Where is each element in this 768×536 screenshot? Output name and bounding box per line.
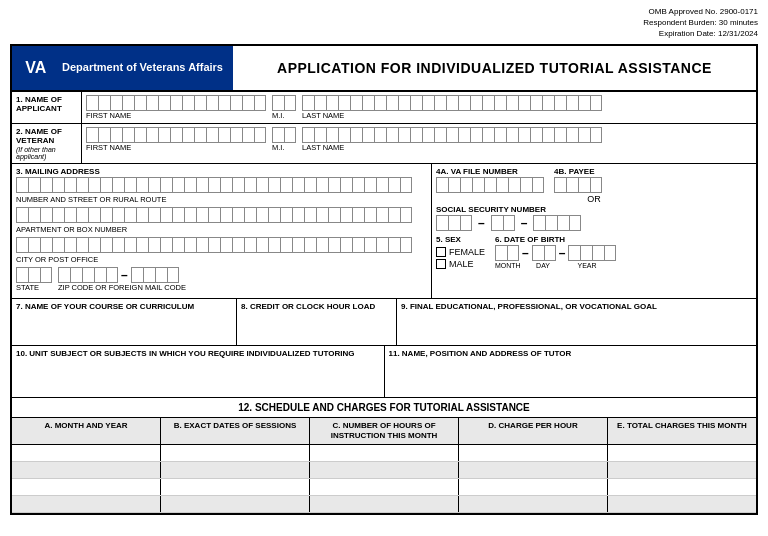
veteran-last-name-group: LAST NAME <box>302 127 752 152</box>
applicant-mi-input[interactable] <box>272 95 296 111</box>
row4-col-b[interactable] <box>161 496 310 512</box>
row2-col-c[interactable] <box>310 462 459 478</box>
field10-label: 10. UNIT SUBJECT OR SUBJECTS IN WHICH YO… <box>16 349 380 358</box>
char-box <box>422 127 434 143</box>
char-box <box>160 177 172 193</box>
char-box <box>314 127 326 143</box>
row4-col-d[interactable] <box>459 496 608 512</box>
male-row: MALE <box>436 259 485 269</box>
row1-col-c[interactable] <box>310 445 459 461</box>
char-box <box>112 207 124 223</box>
form-body: 1. NAME OF APPLICANT FIRST NAME M.I. <box>10 92 758 516</box>
row3-col-e[interactable] <box>608 479 756 495</box>
char-box <box>122 95 134 111</box>
ssn-part3[interactable] <box>533 215 581 231</box>
field8-input[interactable] <box>241 312 392 342</box>
field11-input[interactable] <box>389 359 753 394</box>
veteran-first-name-input[interactable] <box>86 127 266 143</box>
veteran-mi-input[interactable] <box>272 127 296 143</box>
table-row[interactable] <box>12 479 756 496</box>
char-box <box>472 177 484 193</box>
row1-col-b[interactable] <box>161 445 310 461</box>
ssn-row: SOCIAL SECURITY NUMBER – – <box>436 205 752 231</box>
char-box <box>302 95 314 111</box>
char-box <box>218 127 230 143</box>
last-name-label: LAST NAME <box>302 111 752 120</box>
char-box <box>316 177 328 193</box>
field10-input[interactable] <box>16 359 380 394</box>
row4-col-a[interactable] <box>12 496 161 512</box>
char-box <box>352 207 364 223</box>
row3-col-a[interactable] <box>12 479 161 495</box>
zip-input-main[interactable] <box>58 267 118 283</box>
char-box <box>158 127 170 143</box>
char-box <box>100 207 112 223</box>
male-checkbox[interactable] <box>436 259 446 269</box>
field9-input[interactable] <box>401 312 752 342</box>
zip-input-ext[interactable] <box>131 267 179 283</box>
field7-input[interactable] <box>16 312 232 342</box>
row3-col-d[interactable] <box>459 479 608 495</box>
vet-last-name-label: LAST NAME <box>302 143 752 152</box>
char-box <box>364 207 376 223</box>
char-box <box>436 215 448 231</box>
street-input[interactable] <box>16 177 427 193</box>
field11-label: 11. NAME, POSITION AND ADDRESS OF TUTOR <box>389 349 753 358</box>
row2-col-b[interactable] <box>161 462 310 478</box>
row4-col-e[interactable] <box>608 496 756 512</box>
veteran-last-name-input[interactable] <box>302 127 752 143</box>
char-box <box>316 207 328 223</box>
char-box <box>70 267 82 283</box>
char-box <box>364 237 376 253</box>
char-box <box>352 177 364 193</box>
ssn-part2[interactable] <box>491 215 515 231</box>
char-box <box>230 127 242 143</box>
char-box <box>136 207 148 223</box>
payee-input[interactable] <box>554 177 602 193</box>
state-input[interactable] <box>16 267 52 283</box>
row2-col-d[interactable] <box>459 462 608 478</box>
apt-input[interactable] <box>16 207 427 223</box>
char-box <box>256 177 268 193</box>
sex-dob-row: 5. SEX FEMALE MALE 6. DATE OF BIRTH <box>436 235 752 269</box>
row1-col-d[interactable] <box>459 445 608 461</box>
row2-col-e[interactable] <box>608 462 756 478</box>
city-input[interactable] <box>16 237 427 253</box>
char-box <box>122 127 134 143</box>
va-file-input[interactable] <box>436 177 544 193</box>
applicant-last-name-input[interactable] <box>302 95 752 111</box>
char-box <box>272 127 284 143</box>
dob-year[interactable] <box>568 245 616 261</box>
char-box <box>220 237 232 253</box>
zip-group: – ZIP CODE OR FOREIGN MAIL CODE <box>58 267 186 292</box>
field4a-label: 4A. VA FILE NUMBER <box>436 167 544 176</box>
char-box <box>458 95 470 111</box>
char-box <box>206 95 218 111</box>
char-box <box>280 207 292 223</box>
field8-label: 8. CREDIT OR CLOCK HOUR LOAD <box>241 302 392 311</box>
row4-col-c[interactable] <box>310 496 459 512</box>
field7-cell: 7. NAME OF YOUR COURSE OR CURRICULUM <box>12 299 237 345</box>
applicant-first-name-input[interactable] <box>86 95 266 111</box>
dob-day[interactable] <box>532 245 556 261</box>
row3-col-c[interactable] <box>310 479 459 495</box>
table-row[interactable] <box>12 496 756 513</box>
address-section: 3. MAILING ADDRESS NUMBER AND STREET OR … <box>12 164 756 299</box>
char-box <box>422 95 434 111</box>
char-box <box>160 207 172 223</box>
row2-col-a[interactable] <box>12 462 161 478</box>
char-box <box>350 95 362 111</box>
row3-col-b[interactable] <box>161 479 310 495</box>
ssn-part1[interactable] <box>436 215 472 231</box>
female-checkbox[interactable] <box>436 247 446 257</box>
char-box <box>470 127 482 143</box>
dob-month[interactable] <box>495 245 519 261</box>
table-row[interactable] <box>12 462 756 479</box>
table-row[interactable] <box>12 445 756 462</box>
row1-col-a[interactable] <box>12 445 161 461</box>
col-a-header: A. MONTH AND YEAR <box>12 418 161 445</box>
char-box <box>554 95 566 111</box>
row1-col-e[interactable] <box>608 445 756 461</box>
char-box <box>557 215 569 231</box>
apt-label: APARTMENT OR BOX NUMBER <box>16 225 127 234</box>
